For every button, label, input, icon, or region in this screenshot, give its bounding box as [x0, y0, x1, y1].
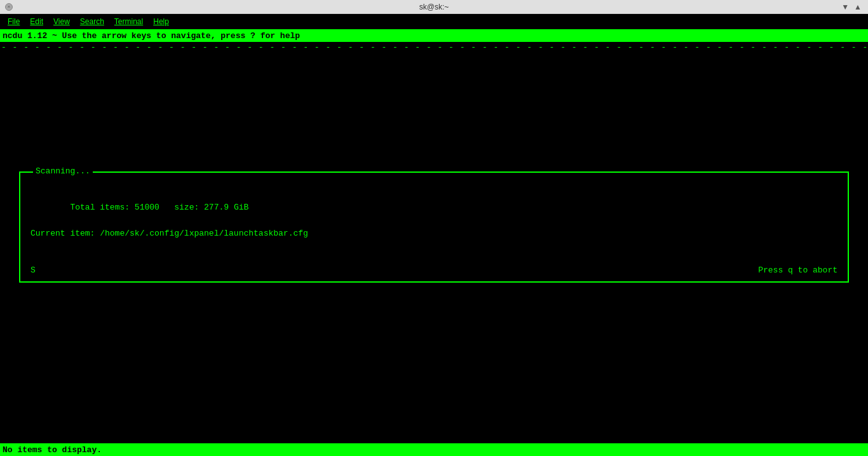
- dashed-separator: - - - - - - - - - - - - - - - - - - - - …: [0, 42, 868, 52]
- title-bar: × sk@sk:~ ▼ ▲: [0, 0, 868, 14]
- status-top-text: ncdu 1.12 ~ Use the arrow keys to naviga…: [3, 31, 300, 41]
- menu-edit[interactable]: Edit: [25, 16, 48, 27]
- title-bar-controls: ▼ ▲: [840, 3, 863, 11]
- title-bar-left: ×: [5, 3, 13, 11]
- scan-current-item: Current item: /home/sk/.config/lxpanel/l…: [31, 227, 837, 241]
- menu-help[interactable]: Help: [148, 16, 174, 27]
- scan-title: Scanning...: [33, 166, 93, 176]
- menu-terminal[interactable]: Terminal: [109, 16, 148, 27]
- status-bottom-text: No items to display.: [3, 445, 102, 455]
- window-title: sk@sk:~: [419, 3, 449, 11]
- scan-content: Total items: 51000 size: 277.9 GiB Curre…: [31, 188, 837, 241]
- terminal-window: × sk@sk:~ ▼ ▲ File Edit View Search Term…: [0, 0, 868, 456]
- minimize-button[interactable]: ▼: [840, 3, 850, 11]
- status-bottom-bar: No items to display.: [0, 443, 868, 456]
- scan-total-items: Total items: 51000 size: 277.9 GiB: [31, 188, 837, 227]
- menu-search[interactable]: Search: [75, 16, 109, 27]
- scan-footer: S Press q to abort: [31, 265, 837, 275]
- menu-file[interactable]: File: [3, 16, 25, 27]
- menu-bar: File Edit View Search Terminal Help: [0, 14, 868, 29]
- scan-footer-right: Press q to abort: [758, 265, 837, 275]
- close-button[interactable]: ×: [5, 3, 13, 11]
- scan-footer-left: S: [31, 265, 36, 275]
- menu-view[interactable]: View: [48, 16, 75, 27]
- status-top-bar: ncdu 1.12 ~ Use the arrow keys to naviga…: [0, 29, 868, 42]
- dashed-line: - - - - - - - - - - - - - - - - - - - - …: [1, 43, 867, 52]
- close-icon: ×: [8, 4, 11, 10]
- maximize-button[interactable]: ▲: [853, 3, 863, 11]
- scan-dialog: Scanning... Total items: 51000 size: 277…: [19, 171, 849, 283]
